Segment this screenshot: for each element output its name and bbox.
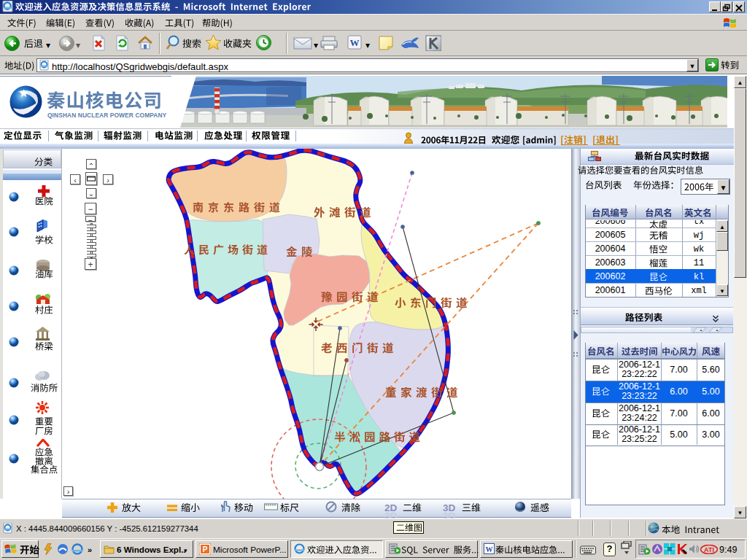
svg-text:P: P xyxy=(203,545,208,553)
svg-text:W: W xyxy=(350,37,360,48)
svg-text:W: W xyxy=(486,545,493,553)
svg-text:ATI: ATI xyxy=(704,546,714,553)
